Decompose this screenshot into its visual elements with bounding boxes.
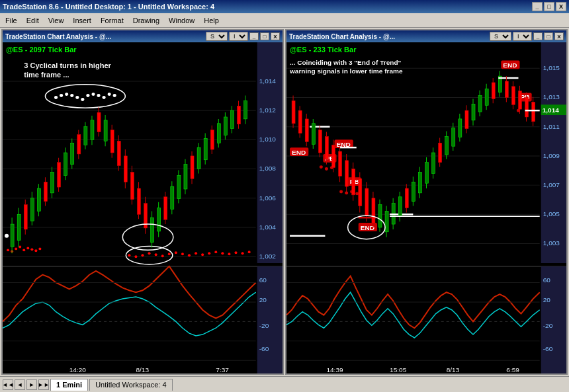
svg-rect-213: [312, 124, 315, 144]
svg-point-23: [34, 249, 37, 252]
left-maximize-btn[interactable]: □: [260, 32, 269, 40]
svg-point-104: [148, 252, 151, 255]
svg-point-75: [113, 94, 116, 97]
svg-point-16: [7, 249, 9, 251]
svg-point-71: [91, 93, 95, 96]
svg-rect-204: [298, 110, 302, 133]
svg-rect-289: [439, 143, 442, 162]
svg-rect-127: [164, 197, 167, 219]
svg-rect-124: [157, 208, 161, 231]
svg-rect-136: [184, 165, 187, 189]
maximize-button[interactable]: □: [544, 2, 554, 11]
svg-rect-310: [485, 89, 488, 106]
right-chart-title-bar: TradeStation Chart Analysis - @... S I _…: [286, 30, 566, 42]
svg-point-221: [320, 165, 323, 169]
svg-text:1,006: 1,006: [259, 194, 277, 202]
svg-text:15:05: 15:05: [390, 366, 407, 373]
svg-rect-280: [418, 172, 421, 192]
menu-view[interactable]: View: [44, 15, 68, 26]
right-chart-title: TradeStation Chart Analysis - @...: [289, 33, 395, 40]
svg-rect-130: [171, 186, 174, 209]
svg-text:1,011: 1,011: [543, 123, 560, 130]
left-chart-area: 1,014 1,012 1,010 1,008 1,006 1,004 1,00…: [3, 42, 283, 373]
right-i-dropdown[interactable]: I: [513, 32, 532, 41]
svg-point-106: [161, 255, 164, 257]
nav-first-button[interactable]: ◄◄: [3, 379, 13, 390]
minimize-button[interactable]: _: [532, 2, 543, 11]
svg-point-119: [248, 251, 251, 253]
svg-text:1,014: 1,014: [259, 77, 277, 85]
svg-rect-58: [84, 127, 87, 145]
svg-text:END: END: [503, 61, 517, 69]
svg-rect-277: [412, 182, 415, 201]
menu-window[interactable]: Window: [165, 15, 198, 26]
menu-edit[interactable]: Edit: [22, 15, 43, 26]
close-button[interactable]: X: [556, 2, 566, 11]
svg-rect-227: [331, 145, 335, 167]
nav-prev-button[interactable]: ◄: [15, 379, 25, 390]
menu-drawing[interactable]: Drawing: [129, 15, 163, 26]
svg-rect-233: [339, 151, 342, 176]
svg-text:@ES - 233 Tick Bar: @ES - 233 Tick Bar: [290, 46, 357, 54]
svg-rect-95: [137, 188, 140, 214]
svg-rect-148: [210, 130, 214, 149]
right-maximize-btn[interactable]: □: [544, 32, 553, 40]
svg-point-68: [75, 96, 79, 99]
svg-point-113: [208, 252, 210, 255]
svg-rect-337: [532, 102, 535, 121]
svg-text:1,009: 1,009: [543, 152, 560, 159]
svg-rect-160: [238, 106, 241, 124]
svg-point-21: [26, 247, 29, 249]
left-chart-title: TradeStation Chart Analysis - @...: [5, 33, 111, 40]
svg-point-222: [325, 167, 328, 171]
svg-text:7:37: 7:37: [216, 366, 229, 373]
svg-rect-25: [11, 224, 14, 247]
svg-point-236: [339, 190, 343, 193]
right-close-btn[interactable]: X: [554, 32, 564, 40]
svg-point-20: [22, 249, 25, 251]
left-i-dropdown[interactable]: I: [229, 32, 248, 41]
tab-emini[interactable]: 1 Emini: [50, 379, 88, 391]
svg-rect-28: [17, 214, 21, 240]
svg-rect-92: [130, 172, 134, 199]
svg-rect-261: [378, 205, 382, 227]
svg-rect-209: [305, 119, 308, 141]
svg-point-105: [155, 253, 157, 256]
svg-rect-325: [511, 87, 515, 105]
title-text: TradeStation 8.6 - Untitled Desktop: 1 -…: [3, 3, 214, 11]
right-minimize-btn[interactable]: _: [533, 32, 543, 40]
menu-help[interactable]: Help: [200, 15, 223, 26]
nav-last-button[interactable]: ►►: [38, 379, 49, 390]
svg-point-109: [181, 253, 184, 255]
menu-file[interactable]: File: [1, 15, 21, 26]
svg-rect-304: [472, 104, 475, 120]
tab-workspace[interactable]: Untitled Workspace: 4: [89, 379, 172, 391]
left-s-dropdown[interactable]: S: [206, 32, 228, 41]
svg-text:1,002: 1,002: [259, 253, 277, 260]
svg-rect-89: [124, 156, 127, 182]
left-close-btn[interactable]: X: [271, 32, 280, 40]
svg-rect-224: [325, 136, 328, 159]
left-minimize-btn[interactable]: _: [249, 32, 259, 40]
svg-rect-52: [71, 143, 74, 164]
svg-rect-121: [151, 217, 154, 242]
menu-format[interactable]: Format: [97, 15, 128, 26]
svg-text:1,003: 1,003: [543, 240, 560, 247]
svg-rect-83: [110, 130, 114, 153]
svg-text:1,008: 1,008: [259, 165, 277, 173]
svg-point-69: [81, 98, 84, 101]
nav-next-button[interactable]: ►: [26, 379, 37, 390]
menu-insert[interactable]: Insert: [69, 15, 95, 26]
svg-rect-254: [365, 188, 369, 216]
left-chart-title-bar: TradeStation Chart Analysis - @... S I _…: [3, 30, 283, 42]
svg-rect-40: [44, 182, 47, 201]
svg-point-66: [65, 93, 68, 96]
svg-text:3 Cyclical turns in higher: 3 Cyclical turns in higher: [24, 61, 111, 69]
svg-rect-286: [432, 153, 435, 173]
right-s-dropdown[interactable]: S: [490, 32, 511, 41]
svg-text:1,005: 1,005: [543, 210, 560, 217]
svg-rect-43: [51, 172, 54, 192]
svg-text:1,007: 1,007: [543, 181, 560, 188]
svg-text:-60: -60: [259, 345, 269, 352]
svg-rect-145: [204, 138, 207, 159]
